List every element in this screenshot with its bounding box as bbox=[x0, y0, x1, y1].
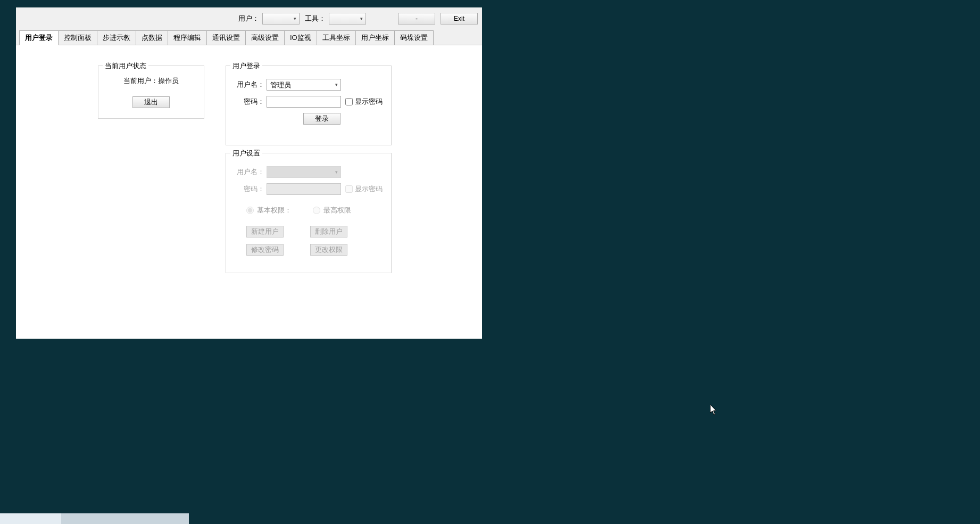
tab-content: 当前用户状态 当前用户：操作员 退出 用户登录 用户名： 管理员 ▾ 密码： bbox=[16, 45, 482, 339]
radio-basic-label: 基本权限： bbox=[257, 206, 292, 215]
tab-comm-settings[interactable]: 通讯设置 bbox=[206, 30, 246, 45]
user-settings-group: 用户设置 用户名： ▾ 密码： 显示密码 基本权限： bbox=[226, 153, 392, 273]
tool-selector-group: 工具： ▾ bbox=[305, 13, 366, 24]
tool-label: 工具： bbox=[305, 14, 326, 23]
login-button[interactable]: 登录 bbox=[303, 113, 340, 125]
login-group: 用户登录 用户名： 管理员 ▾ 密码： 显示密码 登录 bbox=[226, 66, 392, 145]
delete-user-button: 删除用户 bbox=[310, 226, 347, 238]
tab-pallet-settings[interactable]: 码垛设置 bbox=[394, 30, 434, 45]
current-user-group: 当前用户状态 当前用户：操作员 退出 bbox=[98, 66, 204, 119]
settings-username-select bbox=[267, 166, 341, 178]
current-user-title: 当前用户状态 bbox=[103, 61, 148, 71]
minimize-button[interactable]: - bbox=[398, 13, 435, 24]
logout-button[interactable]: 退出 bbox=[132, 96, 170, 108]
title-bar: 用户： ▾ 工具： ▾ - Exit bbox=[16, 7, 482, 30]
main-window: 用户： ▾ 工具： ▾ - Exit 用户登录 控制面板 步进示教 点数据 程序… bbox=[16, 7, 482, 339]
tab-io-monitor[interactable]: IO监视 bbox=[284, 30, 317, 45]
modify-password-button: 修改密码 bbox=[246, 244, 284, 256]
cursor-icon bbox=[710, 405, 718, 415]
settings-password-label: 密码： bbox=[234, 184, 267, 194]
tab-user-login[interactable]: 用户登录 bbox=[19, 30, 59, 45]
change-permission-button: 更改权限 bbox=[310, 244, 347, 256]
tool-select[interactable] bbox=[329, 13, 366, 24]
login-username-select[interactable]: 管理员 bbox=[267, 79, 341, 91]
tab-tool-coord[interactable]: 工具坐标 bbox=[317, 30, 356, 45]
new-user-button: 新建用户 bbox=[246, 226, 284, 238]
exit-button[interactable]: Exit bbox=[441, 13, 478, 24]
settings-show-password-checkbox bbox=[345, 185, 353, 193]
login-title: 用户登录 bbox=[230, 61, 262, 71]
login-password-input[interactable] bbox=[267, 96, 341, 108]
settings-username-label: 用户名： bbox=[234, 167, 267, 177]
tab-advanced[interactable]: 高级设置 bbox=[245, 30, 285, 45]
tab-step-teach[interactable]: 步进示教 bbox=[97, 30, 136, 45]
login-password-label: 密码： bbox=[234, 97, 267, 107]
user-selector-group: 用户： ▾ bbox=[238, 13, 300, 24]
settings-show-password-label: 显示密码 bbox=[355, 184, 383, 194]
user-select[interactable] bbox=[262, 13, 300, 24]
radio-max-permission bbox=[313, 207, 320, 214]
tab-program-edit[interactable]: 程序编辑 bbox=[168, 30, 207, 45]
login-show-password-label: 显示密码 bbox=[355, 97, 383, 107]
radio-max-label: 最高权限 bbox=[323, 206, 351, 215]
login-username-label: 用户名： bbox=[234, 80, 267, 89]
tab-bar: 用户登录 控制面板 步进示教 点数据 程序编辑 通讯设置 高级设置 IO监视 工… bbox=[16, 30, 482, 45]
settings-title: 用户设置 bbox=[230, 149, 262, 158]
taskbar-item[interactable] bbox=[0, 513, 61, 524]
user-label: 用户： bbox=[238, 14, 259, 23]
tab-control-panel[interactable]: 控制面板 bbox=[58, 30, 97, 45]
current-user-text: 当前用户：操作员 bbox=[123, 76, 179, 86]
radio-basic-permission bbox=[246, 207, 254, 214]
tab-user-coord[interactable]: 用户坐标 bbox=[355, 30, 395, 45]
login-show-password-checkbox[interactable] bbox=[345, 98, 353, 105]
settings-password-input bbox=[267, 183, 341, 195]
tab-point-data[interactable]: 点数据 bbox=[136, 30, 168, 45]
